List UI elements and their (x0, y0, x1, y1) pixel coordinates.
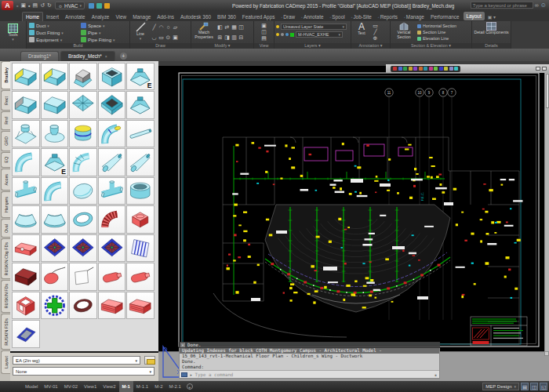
new-layout-button[interactable]: + (187, 383, 193, 390)
layer-on-icon[interactable] (276, 33, 279, 36)
modify-tool-icon-7[interactable]: ⊟ (238, 34, 245, 41)
modify-tool-icon-4[interactable]: ⊞ (216, 34, 224, 41)
palette-item-control-damper[interactable] (41, 234, 69, 263)
palette-item-segmented-bend[interactable] (69, 148, 97, 176)
detail-components-button[interactable]: Detail Components (474, 22, 508, 43)
palette-item-round-pipe[interactable] (126, 120, 155, 148)
modify-tool-icon-6[interactable]: ▥ (231, 34, 238, 41)
palette-item-round-elbow[interactable] (12, 148, 40, 176)
palette-item-grille[interactable] (98, 292, 126, 320)
layer-lock-icon[interactable] (285, 33, 289, 36)
match-properties-button[interactable]: Match Properties (191, 22, 216, 43)
palette-item-rect-duct-capped[interactable] (12, 91, 40, 119)
palette-item-filter[interactable] (126, 234, 155, 263)
layout-tab-m-1[interactable]: M-1 (119, 381, 133, 392)
modify-tool-icon-0[interactable]: ◧ (216, 24, 224, 31)
workspace-switcher[interactable]: ☼ HVAC ▾ (55, 2, 85, 9)
application-menu-button[interactable]: A (2, 1, 13, 10)
view-tool-icon-2[interactable]: ▤ (260, 35, 267, 42)
recent-commands-icon[interactable]: ▪ (434, 372, 437, 377)
save-file-icon[interactable]: ▪ (27, 3, 31, 9)
layer-dropdown[interactable]: M-HVAC_EXHE▾ (296, 31, 343, 38)
palette-item-open-duct[interactable] (98, 63, 126, 91)
ribbon-tab-autodesk-360[interactable]: Autodesk 360 (177, 13, 214, 22)
layout-tab-model[interactable]: Model (22, 381, 41, 392)
sheet-set-icon[interactable] (89, 3, 94, 9)
new-drawing-button[interactable]: + (120, 53, 127, 60)
palette-item-square-to-round[interactable]: E (126, 63, 155, 91)
service-dropdown[interactable]: EA (2in wg)▾ (13, 356, 140, 365)
toolbar-icon-10[interactable] (444, 67, 448, 71)
toolbar-icon-12[interactable] (454, 67, 458, 71)
ribbon-tab-insert[interactable]: Insert (43, 13, 62, 22)
toolbar-icon-4[interactable] (413, 67, 417, 71)
palette-item-square-elbow[interactable]: E (41, 148, 69, 176)
draw-tool-icon-3[interactable]: ▱ (172, 24, 179, 31)
draw-tool-icon-7[interactable]: ▣ (172, 34, 179, 41)
drawing-canvas[interactable]: 1110987F.E.C. (158, 61, 549, 351)
palette-tab-ruskin-fds[interactable]: RUSKIN FDs (1, 280, 10, 313)
elevation-line-button[interactable]: Elevation Line (417, 35, 456, 42)
annotation-tool-icon-1[interactable]: ╱ (372, 29, 379, 35)
toolbar-icon-2[interactable] (403, 67, 407, 71)
modify-tool-icon-1[interactable]: ⇄ (224, 24, 231, 31)
ribbon-tab-annotate[interactable]: Annotate (62, 13, 89, 22)
view-tool-icon-1[interactable]: ◫ (260, 29, 267, 35)
toolbar-icon-7[interactable] (429, 67, 433, 71)
palette-item-wye[interactable] (98, 177, 126, 205)
palette-item-volume-damper[interactable] (12, 234, 40, 263)
toolbar-icon-0[interactable] (393, 67, 397, 71)
search-input[interactable]: Type a keyword or phrase (471, 2, 533, 9)
command-input[interactable]: ▸ Type a command ▪ (180, 370, 439, 378)
palette-item-concentric-reducer[interactable] (126, 148, 155, 176)
palette-item-duct-frame[interactable] (98, 91, 126, 119)
panel-label[interactable]: Annotation ▾ (351, 43, 390, 49)
palette-tab-ruskin-fsds[interactable]: RUSKIN FSDs (1, 314, 10, 350)
layout-tab-mv-02[interactable]: MV-02 (61, 381, 81, 392)
build-pipe-fitting-button[interactable]: Pipe Fitting▾ (78, 36, 129, 43)
annotation-tool-icon-0[interactable]: ▭ (372, 23, 379, 29)
help-search[interactable]: Type a keyword or phrase ∞ ☺ (471, 2, 547, 9)
panel-label[interactable]: Section & Elevation ▾ (391, 43, 471, 49)
palette-tab-acces[interactable]: Acces (1, 169, 10, 191)
redo-icon[interactable]: ↻ (46, 2, 53, 9)
model-paper-toggle-icon[interactable]: ▤ (521, 383, 529, 390)
palette-tab-oval[interactable]: Oval (1, 219, 10, 238)
ribbon-tab-draw[interactable]: ◦Draw (278, 13, 298, 22)
palette-item-reducer[interactable] (98, 148, 126, 176)
ribbon-tab-featured-apps[interactable]: Featured Apps (239, 13, 278, 22)
build-equipment-button[interactable]: Equipment▾ (27, 36, 78, 43)
filter-dropdown[interactable]: None▾ (13, 367, 155, 376)
close-icon[interactable]: × (180, 343, 185, 347)
clean-screen-icon[interactable]: ◱ (540, 383, 547, 390)
ribbon-tab-view[interactable]: View (112, 13, 129, 22)
palette-tab-layout[interactable]: Layout (1, 350, 10, 374)
new-file-icon[interactable]: ▫ (16, 3, 19, 9)
palette-item-rect-elbow[interactable] (69, 63, 97, 91)
palette-tab-rnd[interactable]: Rnd (1, 111, 10, 130)
modify-tool-icon-3[interactable]: ◫ (238, 24, 245, 31)
ribbon-tab-home[interactable]: Home (22, 12, 43, 22)
ribbon-tab-reports[interactable]: ◦Reports (375, 13, 401, 22)
layout-tab-view2[interactable]: View2 (100, 381, 118, 392)
palette-item-flex-duct[interactable] (98, 205, 126, 234)
drawing-tab-drawing1[interactable]: Drawing1* (20, 51, 59, 61)
close-tab-icon[interactable]: × (105, 54, 107, 59)
palette-item-blast-gate[interactable] (98, 263, 126, 291)
panel-label[interactable]: Modify ▾ (191, 43, 253, 49)
toolbar-icon-5[interactable] (419, 67, 423, 71)
palette-item-add-fitting[interactable] (41, 292, 69, 320)
palette-item-oval-transition-2[interactable] (41, 205, 69, 234)
palette-item-layout-panel[interactable] (12, 320, 40, 348)
horizontal-section-button[interactable]: Horizontal Section (417, 23, 456, 29)
palette-item-blast-gate-2[interactable] (126, 263, 155, 291)
restore-icon[interactable] (542, 67, 547, 71)
palette-item-spigot[interactable] (69, 120, 97, 148)
layout-tab-m-1-1[interactable]: M-1.1 (133, 381, 151, 392)
drawing-tab-bradley-mech[interactable]: Bradley_Mech*× (60, 51, 115, 61)
layout-tab-m-2-1[interactable]: M-2.1 (166, 381, 184, 392)
markup-set-icon[interactable] (96, 3, 102, 9)
palette-item-curb-box[interactable] (126, 205, 155, 234)
palette-item-gasket-ring[interactable] (69, 292, 97, 320)
service-folder-button[interactable] (144, 356, 155, 365)
